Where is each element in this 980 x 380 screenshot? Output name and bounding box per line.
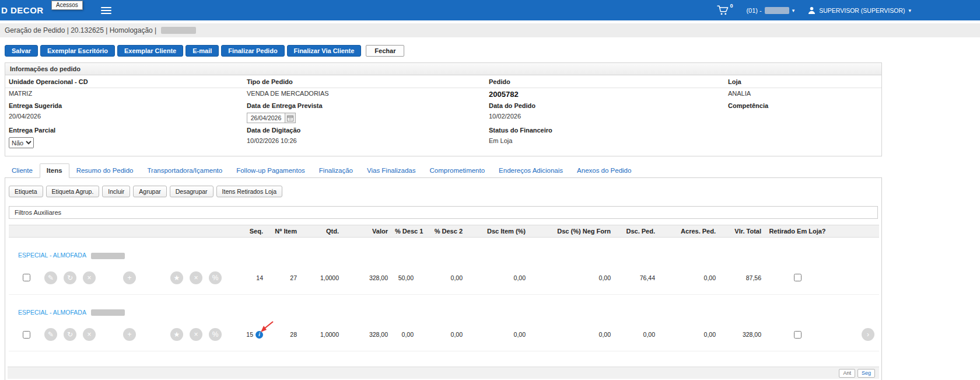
user-icon [808,6,816,14]
star-icon[interactable]: ★ [170,271,183,284]
value-store: ANALIA [724,88,881,100]
tab-itens[interactable]: Itens [40,163,69,178]
expected-delivery-date-field [247,113,296,123]
tab-transportadora-icamento[interactable]: Transportadora/Içamento [140,163,229,177]
client-copy-button[interactable]: Exemplar Cliente [117,45,183,57]
header-retirado-em-loja: Retirado Em Loja? [765,225,830,238]
label-competence: Competência [724,100,881,111]
tab-anexos-do-pedido[interactable]: Anexos do Pedido [570,163,638,177]
cell-dsc-item: 0,00 [466,262,529,295]
etiqueta-agrup-button[interactable]: Etiqueta Agrup. [46,186,100,197]
calendar-icon[interactable] [285,113,295,123]
cell-dsc-ped: 76,44 [614,262,659,295]
discount-icon[interactable]: % [209,328,222,341]
info-icon[interactable]: i [256,331,263,339]
label-operational-unit: Unidade Operacional - CD [5,76,243,88]
item-actions-row: Etiqueta Etiqueta Agrup. Incluir Agrupar… [5,178,881,198]
cell-dsc-ped: 0,00 [614,318,659,351]
copy-icon[interactable]: ↻ [64,271,76,284]
header-qtd: Qtd. [300,225,342,238]
retirado-em-loja-checkbox[interactable] [794,274,802,281]
header-dsc-neg-forn: Dsc (%) Neg Forn [529,225,614,238]
label-order-date: Data do Pedido [485,100,724,111]
more-icon[interactable]: › [862,328,874,341]
header-dsc-ped: Dsc. Ped. [614,225,659,238]
order-tabs: Cliente Itens Resumo do Pedido Transport… [5,163,882,177]
tab-comprometimento[interactable]: Comprometimento [423,163,492,177]
tab-enderecos-adicionais[interactable]: Endereços Adicionais [492,163,570,177]
email-button[interactable]: E-mail [186,45,219,57]
row-select-checkbox[interactable] [23,331,30,339]
close-button[interactable]: Fechar [366,45,404,57]
cell-acres-ped: 0,00 [659,262,719,295]
value-order-number: 2005782 [485,88,724,100]
delete-icon[interactable]: × [83,328,96,341]
table-pagination-bar: Ant Seg [8,367,879,379]
cart-button[interactable]: 0 [717,5,733,16]
cell-valor: 328,00 [342,262,391,295]
value-order-type: VENDA DE MERCADORIAS [243,88,485,100]
cell-dsc-neg-forn: 0,00 [529,262,614,295]
items-tab-content: Etiqueta Etiqueta Agrup. Incluir Agrupar… [5,177,882,380]
tab-follow-up-pagamentos[interactable]: Follow-up Pagamentos [229,163,312,177]
value-financial-status: Em Loja [485,135,724,150]
star-icon[interactable]: ★ [170,328,183,341]
user-menu-dropdown[interactable]: SUPERVISOR (SUPERVISOR) ▾ [808,6,911,14]
retirado-em-loja-checkbox[interactable] [794,331,802,339]
group-link[interactable]: ESPECIAL - ALMOFADA [18,309,86,316]
next-page-button[interactable]: Seg [858,369,875,378]
incluir-button[interactable]: Incluir [102,186,130,197]
discount-icon[interactable]: % [209,271,222,284]
delete-icon[interactable]: × [83,271,96,284]
tab-resumo-do-pedido[interactable]: Resumo do Pedido [69,163,141,177]
add-icon[interactable]: + [123,328,136,341]
topbar-right-cluster: 0 (01) - ▾ SUPERVISOR (SUPERVISOR) ▾ [717,5,911,16]
finalize-order-button[interactable]: Finalizar Pedido [221,45,284,57]
desagrupar-button[interactable]: Desagrupar [170,186,214,197]
office-copy-button[interactable]: Exemplar Escritório [40,45,115,57]
chevron-down-icon: ▾ [908,8,911,13]
value-suggested-delivery: 20/04/2026 [5,111,243,125]
item-row: ✎ ↻ × + ★ × % 14 27 1,0000 [9,262,879,295]
itens-retirados-loja-button[interactable]: Itens Retirados Loja [216,186,282,197]
cell-qtd: 1,0000 [300,262,342,295]
copy-icon[interactable]: ↻ [64,328,76,341]
cancel-icon[interactable]: × [190,271,202,284]
cell-qtd: 1,0000 [300,318,342,351]
group-link[interactable]: ESPECIAL - ALMOFADA [18,252,86,259]
tab-cliente[interactable]: Cliente [5,163,40,177]
add-icon[interactable]: + [123,271,136,284]
header-actions [9,225,241,238]
tab-vias-finalizadas[interactable]: Vias Finalizadas [360,163,423,177]
header-valor: Valor [342,225,391,238]
cell-valor: 328,00 [342,318,391,351]
auxiliary-filters-header[interactable]: Filtros Auxiliares [9,206,878,219]
value-operational-unit: MATRIZ [5,88,243,100]
edit-icon[interactable]: ✎ [44,328,57,341]
row-select-checkbox[interactable] [23,274,30,281]
cell-vlr-total: 87,56 [719,262,765,295]
header-desc2: % Desc 2 [417,225,466,238]
header-desc1: % Desc 1 [391,225,417,238]
expected-delivery-date-input[interactable] [247,113,285,123]
etiqueta-button[interactable]: Etiqueta [9,186,43,197]
order-toolbar: Salvar Exemplar Escritório Exemplar Clie… [5,45,882,57]
items-table-header-row: Seq. Nº Item Qtd. Valor % Desc 1 % Desc … [9,225,879,238]
store-selector-dropdown[interactable]: (01) - ▾ [746,7,794,14]
edit-icon[interactable]: ✎ [44,271,57,284]
partial-delivery-select[interactable]: Não [9,137,34,148]
cell-desc2: 0,00 [417,318,466,351]
save-button[interactable]: Salvar [5,45,38,57]
cell-seq: 15 [246,331,253,338]
header-num-item: Nº Item [267,225,300,238]
tab-finalizacao[interactable]: Finalização [312,163,360,177]
agrupar-button[interactable]: Agrupar [133,186,166,197]
finalize-via-client-button[interactable]: Finalizar Via Cliente [287,45,362,57]
cancel-icon[interactable]: × [190,328,202,341]
header-tail [830,225,879,238]
previous-page-button[interactable]: Ant [839,369,855,378]
redacted-text [765,7,789,14]
hamburger-menu-icon[interactable] [101,7,111,14]
cart-icon [717,5,729,16]
redacted-text [161,27,196,34]
